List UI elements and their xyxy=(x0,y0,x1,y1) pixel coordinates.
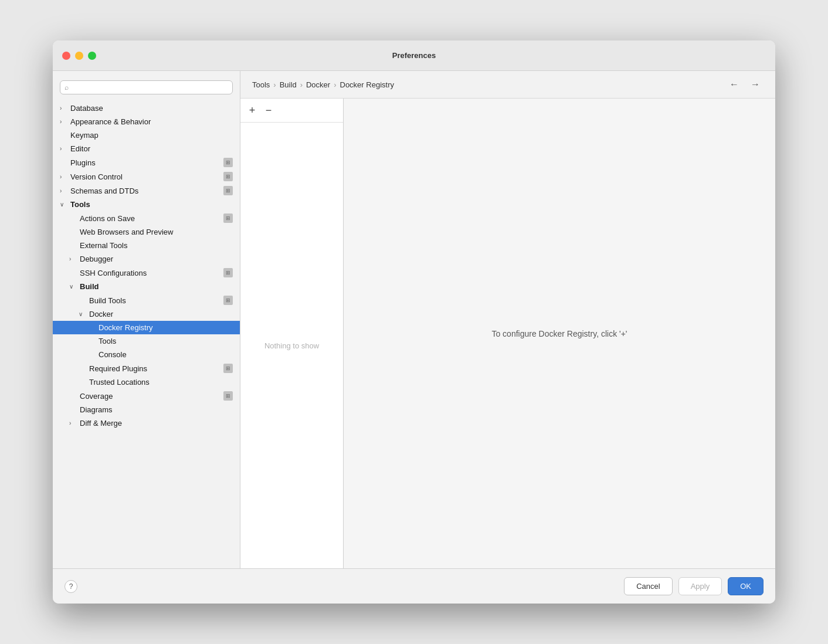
breadcrumb: Tools › Build › Docker › Docker Registry xyxy=(252,80,394,89)
breadcrumb-item-docker-registry: Docker Registry xyxy=(340,80,394,89)
sidebar-item-label: Build Tools xyxy=(89,296,126,305)
sidebar-item-diff-merge[interactable]: › Diff & Merge xyxy=(53,416,240,430)
sidebar-item-docker-registry[interactable]: › Docker Registry xyxy=(53,321,240,334)
actions-icon: ⊞ xyxy=(223,213,233,223)
ok-button[interactable]: OK xyxy=(728,577,763,595)
schemas-icon: ⊞ xyxy=(223,186,233,195)
add-registry-button[interactable]: + xyxy=(245,103,259,117)
search-input[interactable] xyxy=(60,80,233,94)
sidebar-item-label: Editor xyxy=(70,144,90,153)
sidebar-item-keymap[interactable]: › Keymap xyxy=(53,128,240,142)
sidebar-item-schemas-dtds[interactable]: › Schemas and DTDs ⊞ xyxy=(53,184,240,198)
sidebar-item-build-tools[interactable]: › Build Tools ⊞ xyxy=(53,293,240,307)
breadcrumb-item-docker: Docker xyxy=(306,80,330,89)
detail-empty-text: To configure Docker Registry, click '+' xyxy=(491,329,627,338)
sidebar-item-label: Docker Registry xyxy=(99,323,152,332)
chevron-right-icon: › xyxy=(60,174,68,180)
right-panel: Tools › Build › Docker › Docker Registry… xyxy=(240,71,775,568)
chevron-right-icon: › xyxy=(60,118,68,125)
sidebar-item-docker[interactable]: ∨ Docker xyxy=(53,307,240,321)
detail-panel: To configure Docker Registry, click '+' xyxy=(344,99,775,568)
coverage-icon: ⊞ xyxy=(223,391,233,401)
sidebar-item-label: Required Plugins xyxy=(89,364,147,373)
sidebar-item-appearance-behavior[interactable]: › Appearance & Behavior xyxy=(53,115,240,128)
chevron-down-icon: ∨ xyxy=(79,311,87,317)
sidebar-item-label: Debugger xyxy=(80,255,113,263)
footer: ? Cancel Apply OK xyxy=(53,568,775,604)
remove-registry-button[interactable]: − xyxy=(262,103,276,117)
list-empty-state: Nothing to show xyxy=(240,123,343,568)
sidebar-item-label: Appearance & Behavior xyxy=(70,117,151,126)
breadcrumb-item-build: Build xyxy=(280,80,297,89)
minimize-button[interactable] xyxy=(75,52,83,60)
sidebar-item-label: Diff & Merge xyxy=(80,419,122,428)
search-icon: ⌕ xyxy=(65,83,69,91)
main-content: ⌕ › Database › Appearance & Behavior › K… xyxy=(53,71,775,568)
chevron-right-icon: › xyxy=(69,256,77,262)
breadcrumb-sep-1: › xyxy=(273,80,276,89)
list-panel: + − Nothing to show xyxy=(240,99,344,568)
help-button[interactable]: ? xyxy=(65,580,77,593)
title-bar: Preferences xyxy=(53,40,775,71)
sidebar-item-tools[interactable]: ∨ Tools xyxy=(53,198,240,211)
sidebar-item-label: Docker xyxy=(89,310,113,318)
sidebar-item-debugger[interactable]: › Debugger xyxy=(53,252,240,266)
sidebar-item-trusted-locations[interactable]: › Trusted Locations xyxy=(53,375,240,389)
sidebar-item-label: Keymap xyxy=(70,131,99,140)
sidebar-item-coverage[interactable]: › Coverage ⊞ xyxy=(53,389,240,403)
sidebar-item-docker-console[interactable]: › Console xyxy=(53,348,240,361)
chevron-right-icon: › xyxy=(60,105,68,111)
panel-body: + − Nothing to show To configure Docker … xyxy=(240,99,775,568)
sidebar-item-label: Build xyxy=(80,282,99,291)
preferences-dialog: Preferences ⌕ › Database › Appearance & … xyxy=(53,40,775,604)
sidebar-item-label: Plugins xyxy=(70,158,96,167)
chevron-down-icon: ∨ xyxy=(60,201,68,208)
search-box: ⌕ xyxy=(53,76,240,99)
sidebar-item-editor[interactable]: › Editor xyxy=(53,142,240,155)
chevron-right-icon: › xyxy=(60,188,68,194)
sidebar-item-label: Actions on Save xyxy=(80,214,135,223)
sidebar-item-ssh-configurations[interactable]: › SSH Configurations ⊞ xyxy=(53,266,240,280)
build-tools-icon: ⊞ xyxy=(223,296,233,305)
sidebar-item-label: Console xyxy=(99,350,127,359)
sidebar-item-label: Database xyxy=(70,104,103,113)
sidebar-item-label: Tools xyxy=(99,337,116,345)
forward-button[interactable]: → xyxy=(747,78,763,91)
sidebar-item-label: Schemas and DTDs xyxy=(70,187,138,195)
sidebar-item-docker-tools[interactable]: › Tools xyxy=(53,334,240,348)
breadcrumb-sep-2: › xyxy=(300,80,303,89)
sidebar-item-database[interactable]: › Database xyxy=(53,101,240,115)
maximize-button[interactable] xyxy=(88,52,96,60)
cancel-button[interactable]: Cancel xyxy=(624,577,672,595)
sidebar-item-version-control[interactable]: › Version Control ⊞ xyxy=(53,170,240,184)
sidebar-item-label: Diagrams xyxy=(80,405,113,414)
sidebar-item-label: Web Browsers and Preview xyxy=(80,228,173,236)
plugin-icon: ⊞ xyxy=(223,158,233,167)
breadcrumb-item-tools: Tools xyxy=(252,80,270,89)
sidebar-item-label: SSH Configurations xyxy=(80,269,147,277)
sidebar-item-label: Tools xyxy=(70,200,90,209)
breadcrumb-sep-3: › xyxy=(334,80,336,89)
required-plugins-icon: ⊞ xyxy=(223,364,233,373)
sidebar-item-label: Trusted Locations xyxy=(89,378,150,387)
sidebar-item-required-plugins[interactable]: › Required Plugins ⊞ xyxy=(53,361,240,375)
chevron-down-icon: ∨ xyxy=(69,283,77,290)
dialog-title: Preferences xyxy=(392,51,436,60)
sidebar-item-actions-on-save[interactable]: › Actions on Save ⊞ xyxy=(53,211,240,225)
sidebar-item-build[interactable]: ∨ Build xyxy=(53,280,240,293)
back-button[interactable]: ← xyxy=(726,78,742,91)
sidebar-item-label: Coverage xyxy=(80,392,113,401)
sidebar-item-external-tools[interactable]: › External Tools xyxy=(53,239,240,252)
breadcrumb-nav: ← → xyxy=(726,78,763,91)
chevron-right-icon: › xyxy=(69,420,77,426)
sidebar-item-web-browsers[interactable]: › Web Browsers and Preview xyxy=(53,225,240,239)
sidebar: ⌕ › Database › Appearance & Behavior › K… xyxy=(53,71,240,568)
sidebar-item-diagrams[interactable]: › Diagrams xyxy=(53,403,240,416)
sidebar-item-label: External Tools xyxy=(80,241,127,250)
list-toolbar: + − xyxy=(240,99,343,123)
window-controls xyxy=(62,52,96,60)
chevron-right-icon: › xyxy=(60,145,68,152)
close-button[interactable] xyxy=(62,52,70,60)
ssh-icon: ⊞ xyxy=(223,268,233,277)
sidebar-item-plugins[interactable]: › Plugins ⊞ xyxy=(53,155,240,170)
